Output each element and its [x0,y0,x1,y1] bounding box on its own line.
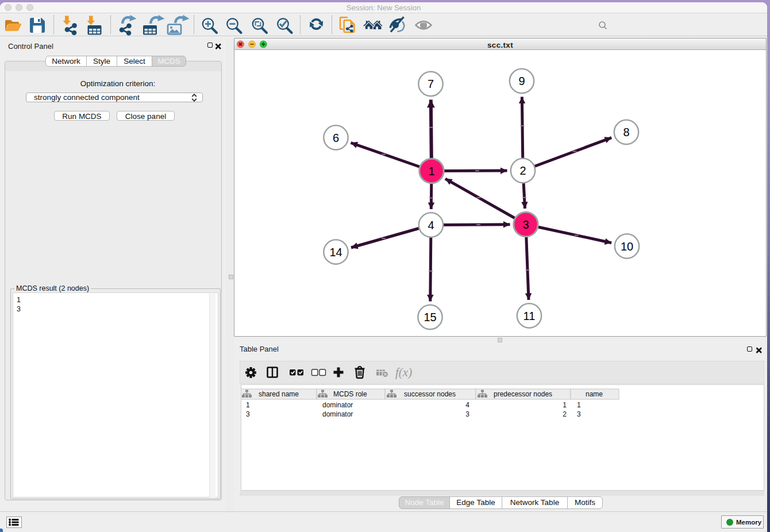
svg-text:15: 15 [424,311,436,323]
svg-text:6: 6 [333,132,339,144]
svg-text:f(x): f(x) [395,365,412,379]
svg-text:3: 3 [246,410,250,418]
svg-text:14: 14 [329,246,342,259]
svg-text:7: 7 [428,78,434,90]
svg-text:9: 9 [518,75,525,87]
svg-text:3: 3 [577,410,581,418]
svg-text:1: 1 [563,401,567,409]
svg-text:2: 2 [519,164,526,177]
svg-text:10: 10 [621,240,633,253]
svg-text:successor nodes: successor nodes [404,390,456,398]
svg-text:1: 1 [246,401,250,409]
svg-text:dominator: dominator [322,401,353,409]
svg-text:1: 1 [577,401,581,409]
svg-text:predecessor nodes: predecessor nodes [494,390,552,398]
svg-text:4: 4 [428,219,434,232]
svg-text:name: name [586,390,603,398]
svg-text:shared name: shared name [259,390,299,398]
svg-text:4: 4 [465,401,469,409]
svg-text:11: 11 [523,310,536,322]
svg-text:MCDS role: MCDS role [333,390,367,398]
svg-text:8: 8 [623,126,629,138]
svg-text:3: 3 [522,218,529,231]
svg-text:1: 1 [428,165,434,178]
svg-text:dominator: dominator [322,410,353,418]
svg-text:2: 2 [563,410,567,418]
svg-text:3: 3 [465,410,469,418]
